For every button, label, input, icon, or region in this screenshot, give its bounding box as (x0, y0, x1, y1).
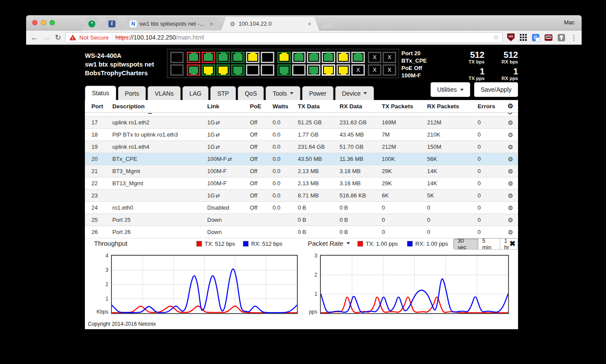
port-led[interactable] (307, 52, 320, 63)
tab-lag[interactable]: LAG (182, 86, 209, 100)
port-led[interactable] (351, 52, 365, 63)
port-led[interactable] (292, 64, 306, 76)
table-row-port-22[interactable]: 22BT13_Mgmt100M-FOff0.02.13 MB3.16 MB29K… (85, 177, 518, 190)
range-button-5-min[interactable]: 5 min (478, 238, 500, 250)
range-button-30-sec[interactable]: 30 sec (453, 238, 478, 250)
port-disabled-x-icon: X (387, 54, 391, 60)
table-row-port-20[interactable]: 20BTx_CPE100M-F⇄Off0.043.50 MB11.36 MB10… (85, 153, 518, 165)
extension-privacy-icon[interactable] (545, 34, 552, 41)
tab-stp[interactable]: STP (210, 86, 236, 100)
table-row-port-17[interactable]: 17uplink ro1.eth21G⇄Off0.051.25 GB231.63… (85, 117, 518, 129)
port-led[interactable] (261, 64, 274, 76)
port-led[interactable] (307, 64, 320, 76)
port-led[interactable] (322, 64, 335, 76)
link-speed: 1G (207, 119, 215, 126)
port-led[interactable] (187, 52, 200, 63)
port-led[interactable]: X (351, 64, 365, 76)
tab-vlans[interactable]: VLANs (148, 86, 181, 100)
table-row-port-25[interactable]: 25Port 25Down0 B0 B000⚙ (85, 214, 518, 226)
port-group-sfp-25-26: XXXX (368, 52, 396, 76)
row-settings-gear-icon[interactable]: ⚙ (503, 229, 518, 236)
port-led[interactable] (337, 52, 350, 63)
port-led[interactable] (322, 52, 335, 63)
port-led[interactable] (277, 52, 291, 63)
browser-menu-icon[interactable]: ⋮ (570, 33, 577, 42)
table-row-port-24[interactable]: 24ro1.eth0DisabledOff0.00 B0 B000⚙ (85, 202, 518, 214)
address-bar[interactable]: ! Not Secure https://100.104.22.250/main… (65, 32, 503, 43)
nav-row: StatusPortsVLANsLAGSTPQoSToolsPowerDevic… (85, 82, 518, 100)
port-led[interactable] (246, 64, 259, 76)
tab-ports[interactable]: Ports (118, 86, 146, 100)
utilities-button[interactable]: Utilities (431, 82, 470, 97)
row-settings-gear-icon[interactable]: ⚙ (503, 180, 518, 187)
table-row-port-21[interactable]: 21BT3_Mgmt100M-FOff0.02.13 MB3.18 MB29K1… (85, 165, 518, 177)
row-settings-gear-icon[interactable]: ⚙ (503, 217, 518, 224)
cell-poe: Off (246, 119, 269, 126)
pinned-tab-hangouts[interactable]: ❛ (82, 17, 102, 30)
window-zoom-button[interactable] (50, 20, 55, 25)
tab-device[interactable]: Device (335, 86, 374, 100)
tab-status[interactable]: Status (85, 86, 116, 100)
port-led[interactable] (187, 64, 200, 76)
selected-port-link: 100M-F (401, 72, 427, 79)
port-led[interactable] (216, 52, 230, 63)
row-settings-gear-icon[interactable]: ⚙ (503, 119, 518, 126)
forward-icon[interactable]: → (43, 33, 50, 41)
port-led[interactable]: X (383, 52, 396, 63)
port-led[interactable] (261, 52, 274, 63)
row-settings-gear-icon[interactable]: ⚙ (503, 131, 518, 138)
port-led[interactable]: X (368, 52, 381, 63)
port-led[interactable] (170, 52, 184, 63)
row-settings-gear-icon[interactable]: ⚙ (503, 204, 518, 211)
packet-rate-dropdown[interactable]: Packet Rate (308, 240, 350, 247)
port-led[interactable]: X (383, 64, 396, 76)
reload-icon[interactable]: ↻ (55, 34, 61, 41)
back-icon[interactable]: ← (30, 33, 38, 41)
port-led[interactable] (170, 64, 184, 76)
cell-tx-data: 0 B (294, 204, 336, 211)
row-settings-gear-icon[interactable]: ⚙ (503, 192, 518, 199)
extension-ublock-icon[interactable]: UO (507, 33, 515, 41)
port-led[interactable] (231, 64, 245, 76)
bookmark-star-icon[interactable]: ☆ (493, 33, 499, 41)
tab-close-icon[interactable]: × (210, 21, 213, 27)
port-led[interactable] (216, 64, 230, 76)
tab-close-icon[interactable]: × (308, 21, 311, 27)
url-text[interactable]: https://100.104.22.250/main.html (115, 34, 204, 41)
row-settings-gear-icon[interactable]: ⚙ (503, 144, 518, 150)
new-tab-button[interactable] (321, 22, 335, 28)
row-settings-gear-icon[interactable]: ⚙ (503, 168, 518, 175)
row-settings-gear-icon[interactable]: ⚙ (503, 156, 518, 163)
port-led[interactable] (337, 64, 350, 76)
port-led[interactable] (202, 64, 215, 76)
port-led[interactable] (202, 52, 215, 63)
extension-translate-icon[interactable]: G (532, 34, 539, 41)
browser-tab-active[interactable]: ⚙ 100.104.22.0 × (221, 17, 319, 30)
table-row-port-23[interactable]: 231G⇄Off0.08.71 MB516.86 KB6K5K0⚙ (85, 190, 518, 202)
port-led[interactable] (277, 64, 291, 76)
window-minimize-button[interactable] (41, 20, 46, 25)
browser-tab-netonix[interactable]: N sw1 btx spitwspots net - Bobs × (122, 17, 221, 30)
cell-tx-data: 1.77 GB (294, 131, 336, 138)
port-led[interactable] (246, 52, 259, 63)
table-settings-gear-icon[interactable]: ⚙ (503, 102, 518, 110)
save-apply-button[interactable]: Save/Apply (474, 82, 518, 97)
facebook-icon: f (108, 20, 115, 27)
table-row-port-26[interactable]: 26Port 26Down0 B0 B000⚙ (85, 226, 518, 238)
table-row-port-19[interactable]: 19uplink ro1.eth41G⇄Off0.0231.64 GB51.70… (85, 141, 518, 153)
port-led[interactable] (292, 52, 306, 63)
tab-tools[interactable]: Tools (266, 86, 300, 100)
extension-grid-icon[interactable] (520, 34, 527, 41)
cell-errors: 0 (474, 144, 503, 150)
port-led[interactable]: X (368, 64, 381, 76)
tab-power[interactable]: Power (302, 86, 333, 100)
window-close-button[interactable] (32, 20, 37, 25)
tab-qos[interactable]: QoS (238, 86, 264, 100)
port-led[interactable] (231, 52, 245, 63)
close-charts-icon[interactable]: ✖ (509, 239, 515, 248)
pinned-tab-facebook[interactable]: f (102, 17, 122, 30)
port-led-fill (339, 54, 348, 61)
table-row-port-18[interactable]: 18PtP BTx to uplink ro1.eth31G⇄Off0.01.7… (85, 129, 518, 141)
extension-lightbulb-icon[interactable] (558, 34, 565, 41)
security-label[interactable]: Not Secure (79, 34, 109, 41)
